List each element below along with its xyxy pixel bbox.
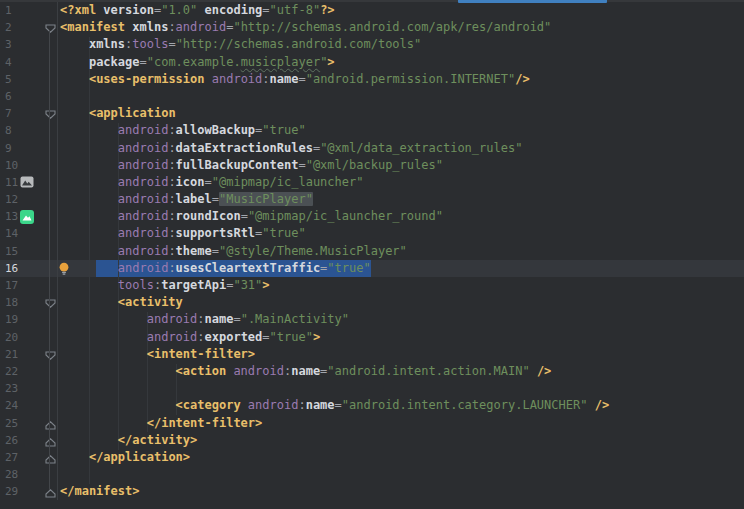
code-line[interactable]: 23 — [0, 380, 744, 397]
code-text[interactable]: <manifest xmlns:android="http://schemas.… — [57, 19, 744, 36]
line-number[interactable]: 25 — [0, 415, 18, 432]
code-text[interactable]: <action android:name="android.intent.act… — [57, 363, 744, 380]
code-line[interactable]: 15 android:theme="@style/Theme.MusicPlay… — [0, 243, 744, 260]
code-line[interactable]: 28 — [0, 466, 744, 483]
fold-marker[interactable] — [44, 483, 57, 500]
line-number[interactable]: 26 — [0, 432, 18, 449]
code-line[interactable]: 10 android:fullBackupContent="@xml/backu… — [0, 157, 744, 174]
code-text[interactable]: </activity> — [57, 432, 744, 449]
fold-marker[interactable] — [44, 449, 57, 466]
editor-pane[interactable]: 1<?xml version="1.0" encoding="utf-8"?>2… — [0, 2, 744, 500]
line-number[interactable]: 5 — [0, 71, 18, 88]
code-text[interactable]: <category android:name="android.intent.c… — [57, 397, 744, 414]
code-line[interactable]: 7 <application — [0, 105, 744, 122]
intention-bulb[interactable] — [58, 262, 70, 281]
code-line[interactable]: 12 android:label="MusicPlayer" — [0, 191, 744, 208]
code-text[interactable]: android:allowBackup="true" — [57, 122, 744, 139]
code-line[interactable]: 29</manifest> — [0, 483, 744, 500]
line-number[interactable]: 22 — [0, 363, 18, 380]
code-line[interactable]: 14 android:supportsRtl="true" — [0, 225, 744, 242]
code-text[interactable]: </manifest> — [57, 483, 744, 500]
code-text[interactable]: package="com.example.musicplayer"> — [57, 54, 744, 71]
code-text[interactable]: <intent-filter> — [57, 346, 744, 363]
line-number[interactable]: 8 — [0, 122, 18, 139]
token-attr: label — [176, 192, 212, 206]
code-text[interactable]: xmlns:tools="http://schemas.android.com/… — [57, 36, 744, 53]
code-text[interactable]: android:usesCleartextTraffic="true" — [57, 260, 744, 277]
line-number[interactable]: 1 — [0, 2, 18, 19]
code-text[interactable]: android:supportsRtl="true" — [57, 225, 744, 242]
code-line[interactable]: 19 android:name=".MainActivity" — [0, 311, 744, 328]
code-line[interactable]: 27 </application> — [0, 449, 744, 466]
line-number[interactable]: 4 — [0, 54, 18, 71]
line-number[interactable]: 11 — [0, 174, 18, 191]
code-text[interactable] — [57, 466, 744, 483]
code-text[interactable]: android:icon="@mipmap/ic_launcher" — [57, 174, 744, 191]
code-text[interactable]: tools:targetApi="31"> — [57, 277, 744, 294]
line-number[interactable]: 10 — [0, 157, 18, 174]
code-line[interactable]: 26 </activity> — [0, 432, 744, 449]
code-text[interactable]: android:name=".MainActivity" — [57, 311, 744, 328]
code-text[interactable]: android:fullBackupContent="@xml/backup_r… — [57, 157, 744, 174]
code-line[interactable]: 17 tools:targetApi="31"> — [0, 277, 744, 294]
code-text[interactable]: android:dataExtractionRules="@xml/data_e… — [57, 140, 744, 157]
line-number[interactable]: 6 — [0, 88, 18, 105]
line-number[interactable]: 24 — [0, 397, 18, 414]
line-number[interactable]: 29 — [0, 483, 18, 500]
code-line[interactable]: 25 </intent-filter> — [0, 415, 744, 432]
code-line[interactable]: 6 — [0, 88, 744, 105]
code-text[interactable]: <?xml version="1.0" encoding="utf-8"?> — [57, 2, 744, 19]
code-text[interactable]: android:theme="@style/Theme.MusicPlayer" — [57, 243, 744, 260]
code-line[interactable]: 13 android:roundIcon="@mipmap/ic_launche… — [0, 208, 744, 225]
code-text[interactable]: <uses-permission android:name="android.p… — [57, 71, 744, 88]
code-line[interactable]: 18 <activity — [0, 294, 744, 311]
code-line[interactable]: 1<?xml version="1.0" encoding="utf-8"?> — [0, 2, 744, 19]
code-text[interactable]: <activity — [57, 294, 744, 311]
line-number[interactable]: 28 — [0, 466, 18, 483]
line-number[interactable]: 3 — [0, 36, 18, 53]
line-number[interactable]: 23 — [0, 380, 18, 397]
code-line[interactable]: 20 android:exported="true"> — [0, 329, 744, 346]
fold-marker[interactable] — [44, 294, 57, 311]
line-number[interactable]: 16 — [0, 260, 18, 277]
code-line[interactable]: 9 android:dataExtractionRules="@xml/data… — [0, 140, 744, 157]
code-line[interactable]: 21 <intent-filter> — [0, 346, 744, 363]
line-number[interactable]: 9 — [0, 140, 18, 157]
fold-marker[interactable] — [44, 105, 57, 122]
code-text[interactable] — [57, 380, 744, 397]
line-number[interactable]: 12 — [0, 191, 18, 208]
code-line[interactable]: 4 package="com.example.musicplayer"> — [0, 54, 744, 71]
line-number[interactable]: 13 — [0, 208, 18, 225]
line-number[interactable]: 19 — [0, 311, 18, 328]
code-line[interactable]: 8 android:allowBackup="true" — [0, 122, 744, 139]
fold-marker[interactable] — [44, 432, 57, 449]
fold-marker[interactable] — [44, 19, 57, 36]
gutter-icon-area[interactable] — [18, 174, 44, 191]
code-line[interactable]: 22 <action android:name="android.intent.… — [0, 363, 744, 380]
line-number[interactable]: 27 — [0, 449, 18, 466]
code-text[interactable]: android:label="MusicPlayer" — [57, 191, 744, 208]
line-number[interactable]: 7 — [0, 105, 18, 122]
code-text[interactable]: </application> — [57, 449, 744, 466]
code-line[interactable]: 2<manifest xmlns:android="http://schemas… — [0, 19, 744, 36]
line-number[interactable]: 2 — [0, 19, 18, 36]
code-line[interactable]: 16 android:usesCleartextTraffic="true" — [0, 260, 744, 277]
fold-marker[interactable] — [44, 415, 57, 432]
code-line[interactable]: 3 xmlns:tools="http://schemas.android.co… — [0, 36, 744, 53]
code-text[interactable]: </intent-filter> — [57, 415, 744, 432]
code-text[interactable] — [57, 88, 744, 105]
gutter-icon-area[interactable] — [18, 208, 44, 225]
code-line[interactable]: 24 <category android:name="android.inten… — [0, 397, 744, 414]
code-text[interactable]: android:roundIcon="@mipmap/ic_launcher_r… — [57, 208, 744, 225]
code-line[interactable]: 11 android:icon="@mipmap/ic_launcher" — [0, 174, 744, 191]
line-number[interactable]: 15 — [0, 243, 18, 260]
line-number[interactable]: 18 — [0, 294, 18, 311]
fold-marker[interactable] — [44, 346, 57, 363]
code-text[interactable]: android:exported="true"> — [57, 329, 744, 346]
code-text[interactable]: <application — [57, 105, 744, 122]
line-number[interactable]: 21 — [0, 346, 18, 363]
line-number[interactable]: 14 — [0, 225, 18, 242]
line-number[interactable]: 17 — [0, 277, 18, 294]
code-line[interactable]: 5 <uses-permission android:name="android… — [0, 71, 744, 88]
line-number[interactable]: 20 — [0, 329, 18, 346]
